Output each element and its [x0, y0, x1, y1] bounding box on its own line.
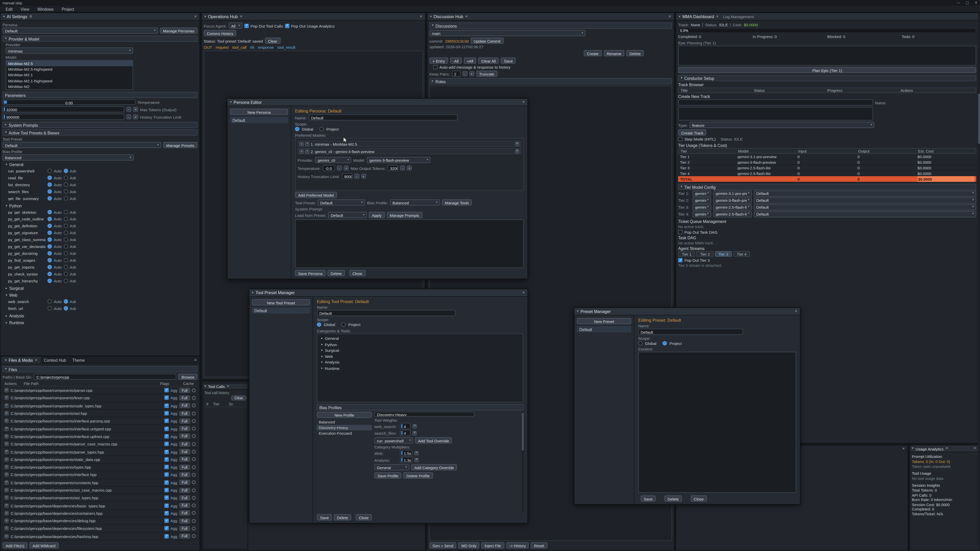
model-option[interactable]: MiniMax-M2.5	[6, 61, 132, 67]
minus-all-button[interactable]: -All	[450, 57, 462, 64]
remove-file-button[interactable]	[4, 511, 9, 515]
provider-dropdown[interactable]: minimax▾	[6, 48, 133, 54]
reset-button[interactable]: Reset	[531, 542, 547, 548]
model-option[interactable]: MiniMax-M2.5-highspeed	[6, 66, 132, 72]
plus-all-button[interactable]: +All	[463, 57, 476, 64]
category-row[interactable]: Web	[319, 353, 521, 359]
close-panel-icon[interactable]	[420, 15, 422, 18]
full-button[interactable]: Full	[179, 426, 190, 431]
full-button[interactable]: Full	[179, 534, 190, 539]
ask-radio[interactable]	[64, 258, 68, 262]
remove-file-button[interactable]	[4, 419, 9, 423]
tier-model-config-section[interactable]: Tier Model Config	[678, 184, 976, 190]
to-history-button[interactable]: -> History	[506, 542, 529, 548]
ask-radio[interactable]	[64, 189, 68, 194]
new-preset-button[interactable]: New Preset	[577, 318, 631, 324]
base-dir-input[interactable]	[34, 373, 177, 380]
legend-token[interactable]: IN	[250, 45, 254, 49]
save-preset-button[interactable]: Save	[641, 495, 655, 502]
roles-section[interactable]: Roles	[429, 78, 672, 84]
close-panel-icon[interactable]	[194, 15, 197, 18]
comms-history-button[interactable]: Comms History	[204, 30, 236, 36]
popout-toolcalls-checkbox[interactable]	[244, 24, 248, 28]
ask-radio[interactable]	[64, 196, 68, 200]
agg-checkbox[interactable]	[164, 495, 169, 500]
increment-button[interactable]: +	[407, 165, 412, 171]
collapse-icon[interactable]	[430, 15, 432, 18]
agg-checkbox[interactable]	[164, 442, 169, 446]
persona-name-input[interactable]	[309, 114, 457, 121]
stream-tab[interactable]: Tier 2	[697, 251, 714, 257]
close-panel-icon[interactable]	[668, 15, 671, 18]
md-only-button[interactable]: MD Only	[458, 542, 479, 548]
category-row[interactable]: Analysis	[319, 359, 521, 365]
popout-dag-checkbox[interactable]	[678, 230, 682, 234]
create-discussion-button[interactable]: Create	[584, 50, 602, 56]
inject-file-button[interactable]: Inject File	[481, 542, 504, 548]
auto-radio[interactable]	[48, 238, 52, 242]
full-button[interactable]: Full	[179, 465, 190, 470]
move-down-button[interactable]	[305, 141, 309, 146]
history-limit-input[interactable]: 900000	[3, 114, 124, 120]
tier-prompt-dropdown[interactable]: Default▾	[754, 190, 976, 197]
stream-tab[interactable]: Tier 3	[715, 251, 732, 257]
close-tab-icon[interactable]	[716, 15, 719, 18]
system-prompts-section[interactable]: System Prompts	[3, 122, 197, 128]
manage-personas-button[interactable]: Manage Personas	[160, 27, 197, 34]
remove-file-button[interactable]	[4, 488, 9, 492]
step-mode-checkbox[interactable]	[678, 137, 682, 141]
increment-button[interactable]: +	[133, 107, 138, 112]
full-button[interactable]: Full	[179, 487, 190, 492]
full-button[interactable]: Full	[179, 403, 190, 408]
full-button[interactable]: Full	[179, 411, 190, 416]
auto-radio[interactable]	[48, 258, 52, 262]
truncate-button[interactable]: Truncate	[476, 71, 497, 77]
close-tab-icon[interactable]	[240, 15, 242, 18]
tier-provider-dropdown[interactable]: gemini▾	[692, 211, 711, 217]
agg-checkbox[interactable]	[164, 488, 169, 492]
category-override-dropdown[interactable]: General▾	[374, 464, 409, 470]
tab-files-media[interactable]: Files & Media	[2, 357, 41, 364]
rename-discussion-button[interactable]: Rename	[604, 50, 625, 56]
tier-provider-dropdown[interactable]: gemini▾	[692, 190, 711, 197]
model-option[interactable]: MiniMax-M2.1-highspeed	[6, 78, 132, 84]
history-limit-input[interactable]: 900000	[342, 173, 352, 179]
legend-token[interactable]: request	[216, 45, 229, 49]
epic-planning-textarea[interactable]	[678, 46, 976, 65]
system-prompt-textarea[interactable]	[295, 219, 524, 268]
remove-file-button[interactable]	[4, 395, 9, 400]
tier-prompt-dropdown[interactable]: Default▾	[754, 204, 976, 210]
close-button[interactable]: Close	[690, 495, 707, 502]
stream-tab[interactable]: Tier 1	[678, 251, 695, 257]
max-tokens-input[interactable]: 32000	[3, 106, 124, 112]
save-discussion-button[interactable]: Save	[501, 57, 516, 64]
auto-radio[interactable]	[48, 183, 52, 187]
track-name-input[interactable]	[678, 99, 873, 105]
ask-radio[interactable]	[64, 210, 68, 214]
browse-button[interactable]: Browse	[178, 373, 197, 380]
tool-group-general[interactable]: General	[3, 162, 197, 167]
active-presets-section[interactable]: Active Tool Presets & Biases	[3, 129, 197, 135]
tier-model-dropdown[interactable]: gemini-2.5-flash-lite▾	[713, 211, 752, 217]
menu-windows[interactable]: Windows	[34, 6, 57, 11]
full-button[interactable]: Full	[179, 457, 190, 462]
ask-radio[interactable]	[64, 306, 68, 310]
temperature-input[interactable]: -0.0	[323, 165, 335, 171]
tool-preset-list-item[interactable]: Default	[252, 307, 310, 313]
weight-input[interactable]: 4	[400, 423, 410, 429]
move-up-button[interactable]	[299, 149, 304, 153]
full-button[interactable]: Full	[179, 449, 190, 454]
ask-radio[interactable]	[64, 245, 68, 249]
auto-radio[interactable]	[48, 265, 52, 269]
profile-name-input[interactable]	[374, 412, 474, 417]
close-panel-icon[interactable]	[974, 447, 976, 450]
track-description-textarea[interactable]	[678, 107, 873, 121]
collapse-icon[interactable]	[577, 310, 579, 313]
agg-checkbox[interactable]	[164, 388, 169, 392]
remove-file-button[interactable]	[4, 434, 9, 438]
tier-provider-dropdown[interactable]: gemini▾	[692, 197, 711, 203]
provider-dropdown[interactable]: gemini_cli▾	[315, 157, 352, 163]
bias-profile-item[interactable]: Execution-Focused	[317, 430, 372, 436]
agg-checkbox[interactable]	[164, 411, 169, 416]
collapse-icon[interactable]	[204, 15, 206, 18]
